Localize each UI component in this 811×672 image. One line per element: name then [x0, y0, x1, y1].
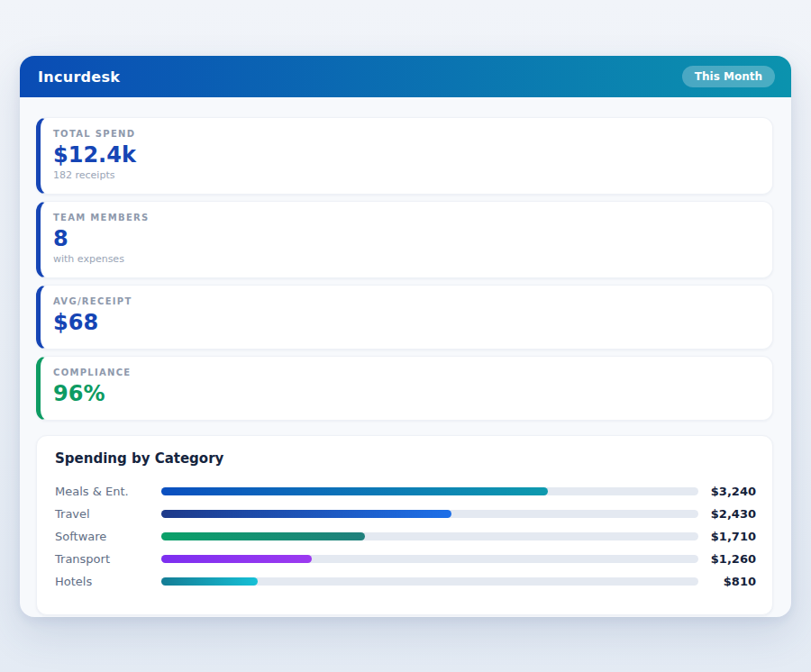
- category-label: Meals & Ent.: [55, 485, 161, 498]
- app-header: Incurdesk This Month: [20, 56, 791, 97]
- period-badge[interactable]: This Month: [682, 66, 775, 87]
- category-rows: Meals & Ent. $3,240 Travel $2,430 Softwa…: [55, 480, 756, 593]
- bar-track: [161, 555, 698, 563]
- stat-card: COMPLIANCE 96%: [36, 356, 773, 421]
- stat-label: TOTAL SPEND: [53, 129, 756, 139]
- stats-list: TOTAL SPEND $12.4k 182 receipts TEAM MEM…: [36, 117, 773, 421]
- category-value: $3,240: [698, 485, 756, 498]
- app-title: Incurdesk: [38, 68, 120, 86]
- stat-sublabel: with expenses: [53, 253, 756, 266]
- bar-fill: [161, 555, 312, 563]
- category-value: $810: [698, 575, 756, 588]
- category-value: $1,710: [698, 530, 756, 543]
- bar-fill: [161, 532, 365, 540]
- stat-value: 96%: [53, 380, 756, 407]
- category-row: Meals & Ent. $3,240: [55, 480, 756, 503]
- category-row: Software $1,710: [55, 525, 756, 548]
- stat-value: $12.4k: [53, 141, 756, 168]
- stat-card: AVG/RECEIPT $68: [36, 285, 773, 350]
- category-label: Transport: [55, 552, 161, 566]
- bar-track: [161, 577, 698, 586]
- category-value: $2,430: [698, 507, 756, 521]
- stat-card: TOTAL SPEND $12.4k 182 receipts: [36, 117, 773, 195]
- stat-value: $68: [53, 309, 756, 336]
- bar-track: [161, 532, 698, 540]
- category-row: Hotels $810: [55, 570, 756, 593]
- bar-fill: [161, 577, 258, 586]
- stat-value: 8: [53, 225, 756, 252]
- stat-sublabel: 182 receipts: [53, 169, 756, 182]
- category-title: Spending by Category: [55, 450, 756, 467]
- category-label: Software: [55, 530, 161, 543]
- category-label: Hotels: [55, 575, 161, 588]
- stat-card: TEAM MEMBERS 8 with expenses: [36, 201, 773, 278]
- dashboard-panel: Incurdesk This Month TOTAL SPEND $12.4k …: [20, 56, 791, 617]
- page-background: Incurdesk This Month TOTAL SPEND $12.4k …: [0, 0, 811, 672]
- category-row: Travel $2,430: [55, 503, 756, 525]
- category-card: Spending by Category Meals & Ent. $3,240…: [36, 435, 773, 615]
- stat-label: COMPLIANCE: [53, 368, 756, 377]
- panel-body: TOTAL SPEND $12.4k 182 receipts TEAM MEM…: [20, 97, 791, 635]
- bar-fill: [161, 510, 451, 518]
- bar-track: [161, 510, 698, 518]
- stat-label: TEAM MEMBERS: [53, 213, 756, 222]
- bar-fill: [161, 487, 548, 495]
- stat-label: AVG/RECEIPT: [53, 296, 756, 306]
- bar-track: [161, 487, 698, 495]
- category-value: $1,260: [698, 552, 756, 566]
- category-label: Travel: [55, 507, 161, 521]
- category-row: Transport $1,260: [55, 548, 756, 570]
